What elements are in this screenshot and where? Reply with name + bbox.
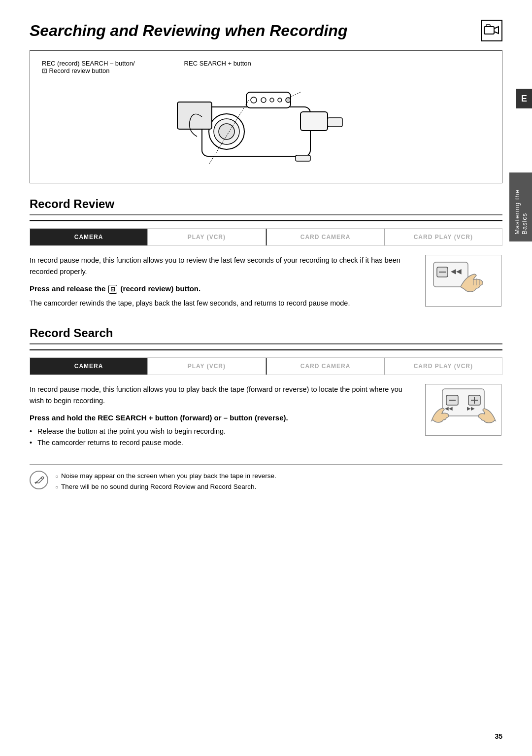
svg-point-12 xyxy=(261,98,266,103)
diagram-label-left: REC (record) SEARCH – button/ ⊡ Record r… xyxy=(42,60,135,74)
svg-point-15 xyxy=(286,98,291,103)
svg-rect-16 xyxy=(296,155,310,161)
record-review-image: ◀◀ xyxy=(424,255,502,307)
svg-marker-1 xyxy=(494,27,499,34)
svg-rect-0 xyxy=(484,27,494,34)
record-review-thumb: ◀◀ xyxy=(425,255,501,307)
svg-text:▶▶: ▶▶ xyxy=(467,406,475,411)
svg-rect-9 xyxy=(177,102,212,129)
record-search-thumb: ◀◀ ▶▶ xyxy=(425,384,501,436)
record-search-body: In record pause mode, this function allo… xyxy=(30,384,414,407)
record-review-sub-body: The camcorder rewinds the tape, plays ba… xyxy=(30,298,414,309)
svg-point-14 xyxy=(278,98,282,102)
svg-rect-2 xyxy=(486,25,490,27)
bullet-1: Release the button at the point you wish… xyxy=(30,426,414,437)
record-search-heading: Record Search xyxy=(30,326,502,344)
diagram-box: REC (record) SEARCH – button/ ⊡ Record r… xyxy=(30,50,502,183)
svg-rect-8 xyxy=(328,118,342,127)
title-icon xyxy=(481,20,502,41)
mode-play-vcr-1: PLAY (VCR) xyxy=(148,229,266,245)
svg-point-11 xyxy=(251,97,257,103)
mode-camera-2: CAMERA xyxy=(30,358,148,375)
svg-rect-7 xyxy=(300,112,328,131)
record-search-bullets: Release the button at the point you wish… xyxy=(30,426,414,448)
mode-card-play-vcr-1: CARD PLAY (VCR) xyxy=(385,229,502,245)
svg-text:◀◀: ◀◀ xyxy=(451,267,462,275)
mode-card-camera-2: CARD CAMERA xyxy=(267,358,385,375)
sidebar-label: Mastering the Basics xyxy=(509,172,532,241)
e-tab: E xyxy=(516,89,532,108)
svg-line-35 xyxy=(35,482,36,484)
note-line-1: ○ Noise may appear on the screen when yo… xyxy=(55,471,502,481)
record-review-mode-bar: CAMERA PLAY (VCR) CARD CAMERA CARD PLAY … xyxy=(30,228,502,246)
svg-point-6 xyxy=(219,124,234,139)
record-search-sub-heading: Press and hold the REC SEARCH + button (… xyxy=(30,413,414,422)
diagram-label-right: REC SEARCH + button xyxy=(184,60,251,74)
record-search-image: ◀◀ ▶▶ xyxy=(424,384,502,436)
mode-card-play-vcr-2: CARD PLAY (VCR) xyxy=(385,358,502,375)
svg-point-13 xyxy=(270,98,274,102)
diagram-camera xyxy=(42,77,490,171)
page-number: 35 xyxy=(495,732,502,740)
symbol-review: ⊡ xyxy=(108,285,117,294)
record-review-heading: Record Review xyxy=(30,197,502,215)
mode-play-vcr-2: PLAY (VCR) xyxy=(148,358,266,375)
bullet-2: The camcorder returns to record pause mo… xyxy=(30,437,414,448)
note-lines: ○ Noise may appear on the screen when yo… xyxy=(55,471,502,492)
mode-camera-1: CAMERA xyxy=(30,229,148,245)
page-title: Searching and Reviewing when Recording xyxy=(30,20,502,41)
note-box: ○ Noise may appear on the screen when yo… xyxy=(30,464,502,492)
svg-text:◀◀: ◀◀ xyxy=(445,406,453,411)
record-review-body: In record pause mode, this function allo… xyxy=(30,255,414,277)
record-review-sub-heading: Press and release the ⊡ (record review) … xyxy=(30,284,414,294)
record-search-content: In record pause mode, this function allo… xyxy=(30,384,502,455)
e-tab-label: E xyxy=(521,94,527,104)
mode-card-camera-1: CARD CAMERA xyxy=(267,229,385,245)
record-review-content: In record pause mode, this function allo… xyxy=(30,255,502,316)
svg-line-34 xyxy=(41,478,42,479)
record-search-mode-bar: CAMERA PLAY (VCR) CARD CAMERA CARD PLAY … xyxy=(30,357,502,375)
note-line-2: ○ There will be no sound during Record R… xyxy=(55,481,502,492)
note-icon xyxy=(30,471,48,489)
